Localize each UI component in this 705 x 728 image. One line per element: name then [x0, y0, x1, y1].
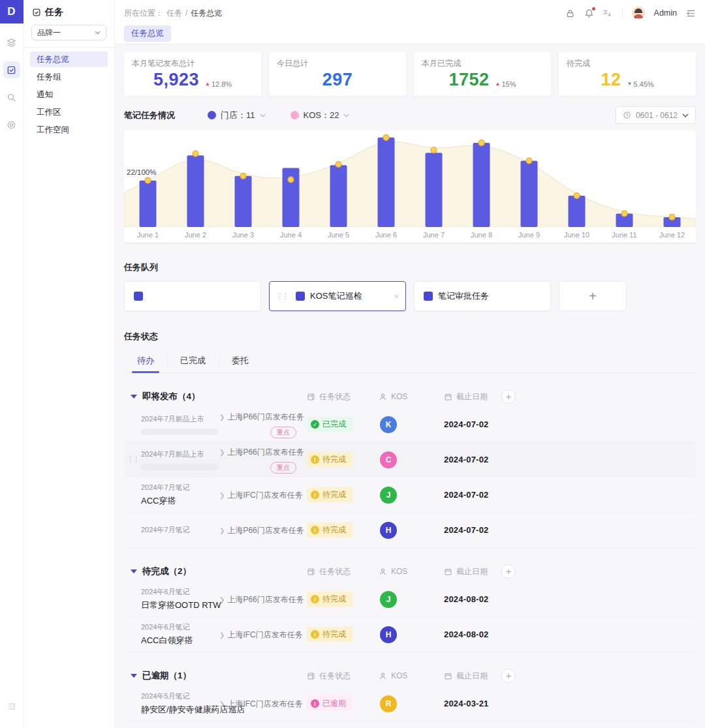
search-icon[interactable] — [3, 89, 20, 106]
task-link-cell: ❯上海P66门店发布任务 — [219, 593, 307, 605]
store-bar[interactable] — [569, 196, 586, 227]
queue-card[interactable]: ⋮⋮KOS笔记巡检× — [269, 281, 406, 311]
queue-card[interactable]: 笔记审批任务 — [414, 281, 551, 311]
tab-已完成[interactable]: 已完成 — [167, 349, 219, 372]
lock-icon[interactable] — [565, 8, 575, 18]
task-row[interactable]: ⋮⋮2024年7月笔记❯上海P66门店发布任务!待完成H2024-07-02 — [124, 513, 696, 548]
task-link[interactable]: ❯上海P66门店发布任务 — [219, 447, 304, 458]
language-switch-icon[interactable]: 文A — [603, 8, 613, 18]
avatar[interactable]: C — [380, 451, 397, 468]
group-title[interactable]: 待完成（2） — [124, 566, 307, 577]
kos-point[interactable] — [145, 177, 151, 183]
task-row[interactable]: ⋮⋮2024年7月笔记ACC穿搭❯上海IFC门店发布任务!待完成J2024-07… — [124, 478, 696, 513]
caret-down-icon[interactable] — [131, 569, 137, 573]
stat-delta: ▲12.8% — [205, 80, 232, 88]
task-subtitle: 2024年7月新品上市 — [141, 414, 219, 424]
task-link[interactable]: ❯上海P66门店发布任务 — [219, 525, 304, 536]
tab-待办[interactable]: 待办 — [124, 349, 167, 372]
task-row[interactable]: ⋮⋮2024年7月新品上市❯上海P66门店发布任务重点!待完成C2024-07-… — [124, 442, 696, 478]
avatar[interactable]: J — [380, 487, 397, 504]
kos-point[interactable] — [193, 151, 198, 157]
task-link[interactable]: ❯上海IFC门店发布任务 — [219, 699, 303, 710]
user-avatar[interactable] — [632, 7, 645, 20]
task-groups: 即将发布（4）任务状态KOS截止日期+⋮⋮2024年7月新品上市❯上海P66门店… — [124, 386, 696, 721]
add-queue-button[interactable]: + — [559, 281, 627, 311]
queue-card[interactable] — [124, 281, 261, 311]
stat-card[interactable]: 本月已完成1752▲15% — [414, 52, 551, 96]
store-bar[interactable] — [426, 153, 443, 227]
kos-point[interactable] — [336, 162, 341, 168]
caret-down-icon[interactable] — [131, 674, 137, 678]
store-bar[interactable] — [378, 138, 395, 227]
legend-item-门店[interactable]: 门店：11 — [208, 110, 266, 121]
add-task-button[interactable]: + — [501, 564, 516, 579]
store-bar[interactable] — [330, 165, 347, 227]
tasks-icon[interactable] — [3, 61, 20, 78]
layers-icon[interactable] — [3, 34, 20, 51]
task-link[interactable]: ❯上海P66门店发布任务 — [219, 412, 304, 423]
sidebar-item-通知[interactable]: 通知 — [30, 87, 108, 102]
menu-fold-icon[interactable] — [686, 8, 696, 18]
kos-point[interactable] — [288, 177, 294, 183]
sidebar-item-工作空间[interactable]: 工作空间 — [30, 122, 108, 138]
kos-point[interactable] — [526, 158, 532, 164]
breadcrumb-item[interactable]: 任务 — [166, 8, 182, 19]
kos-point[interactable] — [669, 215, 675, 220]
x-axis-label: June 6 — [362, 231, 410, 239]
kos-point[interactable] — [478, 140, 484, 146]
drag-handle-icon[interactable]: ⋮⋮ — [276, 292, 288, 301]
store-bar[interactable] — [235, 176, 252, 227]
settings-icon[interactable] — [3, 116, 20, 133]
avatar[interactable]: H — [380, 522, 397, 539]
sidebar-item-工作区[interactable]: 工作区 — [30, 104, 108, 120]
legend-item-KOS[interactable]: KOS：22 — [290, 110, 350, 121]
kos-point[interactable] — [621, 211, 627, 217]
sidebar-item-任务组[interactable]: 任务组 — [30, 69, 108, 85]
collapse-sidebar-icon[interactable] — [7, 702, 16, 714]
breadcrumb-item[interactable]: 任务总览 — [191, 8, 222, 19]
stat-card[interactable]: 今日总计297 — [269, 52, 406, 96]
task-row[interactable]: ⋮⋮2024年5月笔记静安区/静安寺健康药店巡店❯上海IFC门店发布任务!已逾期… — [124, 686, 696, 721]
date-range-select[interactable]: 0601 - 0612 — [616, 106, 696, 124]
kos-point[interactable] — [574, 193, 580, 199]
drag-handle-icon[interactable]: ⋮⋮ — [124, 455, 141, 464]
task-row[interactable]: ⋮⋮2024年7月新品上市❯上海P66门店发布任务重点✓已完成K2024-07-… — [124, 407, 696, 442]
brand-select[interactable]: 品牌一 — [31, 25, 106, 40]
caret-down-icon[interactable] — [131, 395, 137, 399]
queue-checkbox-icon[interactable] — [134, 292, 143, 301]
store-bar[interactable] — [521, 161, 538, 227]
group-title[interactable]: 已逾期（1） — [124, 670, 307, 682]
kos-point[interactable] — [240, 173, 246, 179]
task-row[interactable]: ⋮⋮2024年6月笔记ACC白领穿搭❯上海IFC门店发布任务!待完成H2024-… — [124, 617, 696, 652]
notifications-bell-icon[interactable] — [584, 8, 594, 18]
avatar[interactable]: R — [380, 695, 397, 712]
stat-card[interactable]: 本月笔记发布总计5,923▲12.8% — [124, 52, 261, 96]
tab-委托[interactable]: 委托 — [219, 349, 262, 372]
task-subtitle: 2024年6月笔记 — [141, 622, 219, 632]
sidebar-item-任务总览[interactable]: 任务总览 — [30, 52, 108, 67]
stat-card[interactable]: 待完成12▼5.45% — [559, 52, 696, 96]
sidebar-title: 任务 — [24, 7, 114, 25]
task-row[interactable]: ⋮⋮2024年6月笔记日常穿搭OOTD RTW❯上海P66门店发布任务!待完成J… — [124, 582, 696, 617]
group-title[interactable]: 即将发布（4） — [124, 391, 307, 402]
notification-badge — [592, 7, 595, 10]
task-link[interactable]: ❯上海IFC门店发布任务 — [219, 629, 303, 641]
kos-point[interactable] — [431, 147, 437, 153]
queue-checkbox-icon[interactable] — [296, 292, 305, 301]
store-bar[interactable] — [473, 143, 490, 227]
add-task-button[interactable]: + — [501, 669, 516, 683]
kos-point[interactable] — [383, 134, 389, 140]
close-icon[interactable]: × — [394, 292, 399, 301]
queue-checkbox-icon[interactable] — [424, 292, 433, 301]
avatar[interactable]: H — [380, 626, 397, 643]
app-logo[interactable]: D — [0, 0, 24, 23]
store-bar[interactable] — [140, 181, 157, 227]
task-link[interactable]: ❯上海P66门店发布任务 — [219, 594, 304, 605]
avatar[interactable]: K — [380, 416, 397, 433]
add-task-button[interactable]: + — [501, 389, 516, 404]
store-bar[interactable] — [187, 155, 204, 227]
task-link[interactable]: ❯上海IFC门店发布任务 — [219, 490, 303, 501]
avatar[interactable]: J — [380, 591, 397, 608]
page-tag[interactable]: 任务总览 — [124, 25, 171, 42]
user-name[interactable]: Admin — [654, 8, 677, 18]
